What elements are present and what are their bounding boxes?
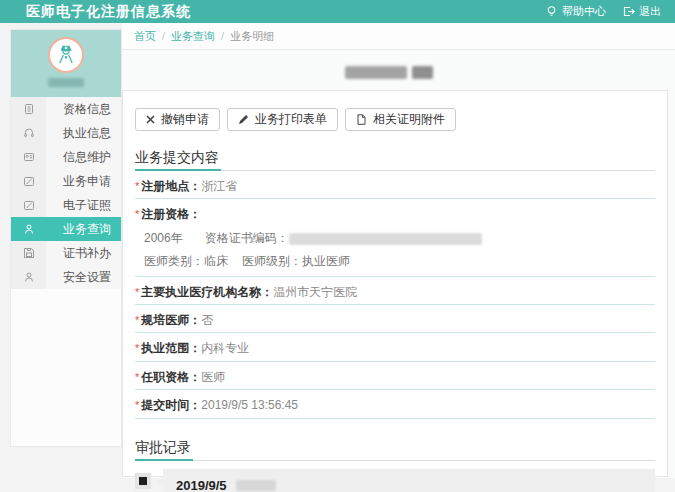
license-icon [11,193,46,217]
breadcrumb-separator: / [221,30,224,42]
attachments-button[interactable]: 相关证明附件 [345,108,456,131]
field-value: 浙江省 [201,179,237,193]
approval-record-card: 2019/9/5 提交成功 [163,469,655,492]
field-submit-time: *提交时间：2019/9/5 13:56:45 [135,390,655,418]
id-card-icon [11,145,46,169]
sidebar-item-certificate-reissue[interactable]: 证书补办 [11,241,121,265]
field-registration-location: *注册地点：浙江省 [135,171,655,199]
field-post-qualification: *任职资格：医师 [135,362,655,390]
sidebar-item-qualification-info[interactable]: 资格信息 [11,97,121,121]
field-main-practice-org: *主要执业医疗机构名称：温州市天宁医院 [135,277,655,305]
logout-link[interactable]: 退出 [622,4,661,19]
sidebar-item-business-query[interactable]: 业务查询 [11,217,121,241]
person-icon [11,217,46,241]
breadcrumb-current: 业务明细 [230,29,274,44]
toolbar: 撤销申请 业务打印表单 相关证明附件 [135,108,655,131]
header-actions: 帮助中心 退出 [545,4,661,19]
logout-label: 退出 [639,4,661,19]
field-value: 否 [201,313,213,327]
sidebar-item-info-maintenance[interactable]: 信息维护 [11,145,121,169]
sidebar-item-practice-info[interactable]: 执业信息 [11,121,121,145]
print-form-button[interactable]: 业务打印表单 [227,108,338,131]
sidebar-item-business-application[interactable]: 业务申请 [11,169,121,193]
redacted-certificate-number [289,233,482,245]
approval-section-header: 审批记录 [135,439,655,461]
approval-section-title: 审批记录 [135,440,193,461]
app-header: 医师电子化注册信息系统 帮助中心 退出 [0,0,675,23]
redacted-user-name [48,78,84,87]
sidebar-item-security-settings[interactable]: 安全设置 [11,265,121,289]
pencil-icon [238,114,249,125]
lightbulb-icon [545,5,558,18]
file-icon [356,114,367,125]
detail-panel: 撤销申请 业务打印表单 相关证明附件 业务提交内容 *注册地点：浙江省 *注册资… [122,90,668,477]
redacted-block [412,66,433,79]
x-icon [146,115,155,124]
breadcrumb-separator: / [162,30,165,42]
revoke-application-button[interactable]: 撤销申请 [135,108,220,131]
approval-timeline: 2019/9/5 提交成功 [135,469,655,492]
sidebar-item-electronic-license[interactable]: 电子证照 [11,193,121,217]
breadcrumb-home[interactable]: 首页 [134,29,156,44]
breadcrumb: 首页 / 业务查询 / 业务明细 [122,23,675,50]
app-title: 医师电子化注册信息系统 [26,3,191,21]
approval-record-date: 2019/9/5 [176,478,645,492]
redacted-block [345,66,407,79]
sidebar: 资格信息 执业信息 信息维护 业务申请 电子证照 业务查询 证书补办 [10,29,122,447]
timeline-marker-icon [135,473,151,489]
headset-icon [11,121,46,145]
field-registration-qualification: *注册资格： 2006年资格证书编码： 医师类别：临床医师级别：执业医师 [135,199,655,276]
help-center-label: 帮助中心 [562,4,606,19]
edit-form-icon [11,169,46,193]
submission-section-header: 业务提交内容 [135,149,655,171]
qualification-cert-line: 2006年资格证书编码： [144,231,655,245]
floppy-icon [11,241,46,265]
document-icon [11,97,46,121]
timeline-rail [135,469,151,492]
redacted-page-title [345,66,433,79]
logout-icon [622,5,635,18]
field-value: 医师 [201,370,225,384]
redacted-record-detail [236,480,276,491]
field-value: 温州市天宁医院 [273,285,357,299]
avatar [48,37,84,73]
user-profile-block [11,30,121,97]
help-center-link[interactable]: 帮助中心 [545,4,606,19]
field-practice-scope: *执业范围：内科专业 [135,333,655,361]
field-value: 2019/9/5 13:56:45 [201,398,298,412]
user-icon [11,265,46,289]
field-trainee-doctor: *规培医师：否 [135,305,655,333]
field-value: 内科专业 [201,341,249,355]
submission-section-title: 业务提交内容 [135,150,221,171]
qualification-class-line: 医师类别：临床医师级别：执业医师 [144,254,655,268]
breadcrumb-section[interactable]: 业务查询 [171,29,215,44]
